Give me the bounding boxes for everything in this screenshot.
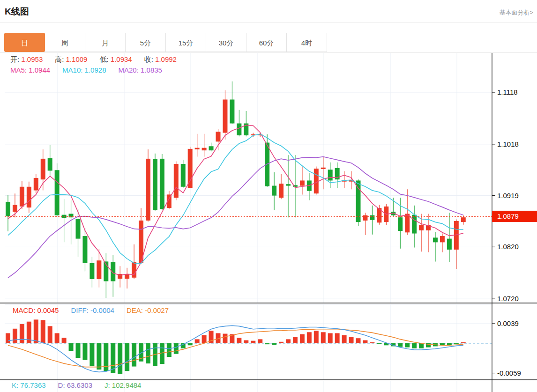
ohlc-readout: 开: 1.0953 高: 1.1009 低: 1.0934 收: 1.0992 — [10, 55, 177, 64]
svg-text:1.0720: 1.0720 — [497, 295, 519, 303]
ohlc-close: 收: 1.0992 — [144, 55, 177, 64]
ma20-line — [8, 157, 463, 278]
tab-15分[interactable]: 15分 — [165, 33, 206, 52]
kdj-readout: K: 76.7363 D: 63.6303 J: 102.9484 — [12, 381, 141, 389]
macd-value: MACD: 0.0045 — [13, 306, 59, 314]
macd-readout: MACD: 0.0045 DIFF: -0.0004 DEA: -0.0027 — [13, 306, 169, 314]
ma-readout: MA5: 1.0944 MA10: 1.0928 MA20: 1.0835 — [10, 66, 162, 74]
ma20-value: MA20: 1.0835 — [119, 66, 162, 74]
tab-周[interactable]: 周 — [45, 33, 85, 52]
ma10-line — [8, 134, 463, 263]
ohlc-low: 低: 1.0934 — [99, 55, 132, 64]
price-axis-labels: 1.11181.10181.09191.08201.07200.0039-0.0… — [492, 88, 521, 377]
ma-lines — [8, 125, 463, 278]
candlesticks — [6, 81, 466, 298]
kdj-j-value: J: 102.9484 — [104, 381, 141, 389]
interval-tabs: 日周月5分15分30分60分4时 — [5, 33, 327, 52]
dea-value: DEA: -0.0027 — [127, 306, 169, 314]
svg-text:1.0919: 1.0919 — [497, 192, 519, 200]
current-price-badge-label: 1.0879 — [497, 212, 519, 220]
diff-value: DIFF: -0.0004 — [71, 306, 114, 314]
chart-area: 1.11181.10181.09191.08201.07200.0039-0.0… — [0, 53, 537, 392]
tab-日[interactable]: 日 — [4, 33, 45, 52]
tab-月[interactable]: 月 — [85, 33, 126, 52]
tab-5分[interactable]: 5分 — [125, 33, 166, 52]
kline-chart-canvas[interactable]: 1.11181.10181.09191.08201.07200.0039-0.0… — [0, 53, 537, 392]
kdj-k-value: K: 76.7363 — [12, 381, 46, 389]
svg-text:1.1118: 1.1118 — [497, 88, 518, 96]
svg-text:-0.0059: -0.0059 — [497, 369, 521, 377]
ma5-value: MA5: 1.0944 — [10, 66, 50, 74]
ohlc-open: 开: 1.0953 — [10, 55, 43, 64]
fundamental-analysis-link[interactable]: 基本面分析> — [499, 8, 533, 17]
tab-30分[interactable]: 30分 — [206, 33, 246, 52]
page-title: K线图 — [5, 6, 29, 18]
interval-tabbar: 日周月5分15分30分60分4时 — [0, 23, 537, 53]
svg-text:0.0039: 0.0039 — [497, 319, 519, 327]
svg-text:1.0820: 1.0820 — [497, 243, 519, 251]
tab-4时[interactable]: 4时 — [286, 33, 327, 52]
ohlc-high: 高: 1.1009 — [55, 55, 87, 64]
page-header: K线图 基本面分析> — [0, 0, 537, 23]
tab-60分[interactable]: 60分 — [246, 33, 287, 52]
ma5-line — [8, 125, 463, 275]
ma10-value: MA10: 1.0928 — [62, 66, 106, 74]
kdj-d-value: D: 63.6303 — [58, 381, 92, 389]
svg-text:1.1018: 1.1018 — [497, 140, 519, 148]
macd-panel — [6, 319, 466, 374]
